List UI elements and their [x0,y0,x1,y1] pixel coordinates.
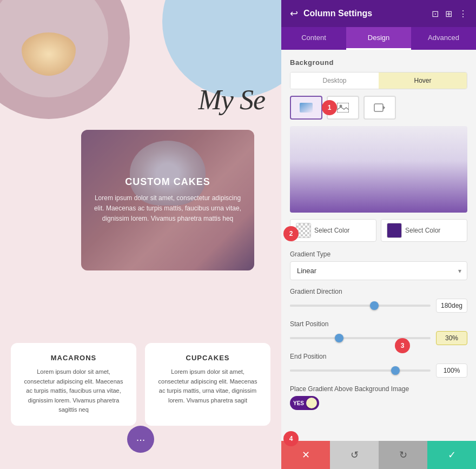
toggle-row: YES [290,396,467,410]
gradient-preview [290,126,467,213]
back-icon[interactable]: ↩ [290,8,298,19]
end-position-group: End Position 100% [290,353,467,378]
svg-rect-1 [337,103,349,113]
macarons-title: MACARONS [22,354,125,362]
gradient-direction-slider-row: 180deg [290,299,467,313]
settings-title: Column Settings [303,9,372,18]
gradient-direction-group: Gradient Direction 180deg [290,288,467,313]
step-badge-2: 2 [283,226,299,241]
color-selector-2[interactable]: Select Color [381,219,467,242]
sub-tab-desktop[interactable]: Desktop [290,72,379,89]
cake-card-text: Lorem ipsum dolor sit amet, consectetur … [92,193,243,224]
cupcakes-text: Lorem ipsum dolor sit amet, consectetur … [156,367,260,405]
tabs-bar: Content Design Advanced [281,27,476,50]
cupcakes-card: CUPCAKES Lorem ipsum dolor sit amet, con… [145,343,270,426]
gradient-direction-fill [290,305,374,307]
step-badge-1: 1 [322,100,337,115]
place-gradient-label: Place Gradient Above Background Image [290,385,467,393]
gradient-type-select-wrapper: Linear Radial ▾ [290,261,467,280]
tab-content[interactable]: Content [281,27,346,50]
tab-advanced[interactable]: Advanced [411,27,476,50]
gradient-direction-label: Gradient Direction [290,288,467,295]
bg-type-video-btn[interactable] [363,96,396,120]
sub-tab-hover[interactable]: Hover [379,72,467,89]
gradient-type-group: Gradient Type Linear Radial ▾ [290,250,467,280]
toggle-knob [306,398,317,408]
header-left: ↩ Column Settings [290,8,372,19]
bottom-toolbar: ✕ ↺ ↻ ✓ [281,441,476,469]
fullscreen-icon[interactable]: ⊡ [432,9,439,19]
step-badge-3: 3 [395,338,410,353]
end-position-value[interactable]: 100% [436,364,467,378]
start-position-label: Start Position [290,320,467,328]
color-selector-1[interactable]: Select Color [290,219,376,242]
background-section-title: Background [290,58,467,67]
end-position-track [290,369,431,372]
start-position-track [290,337,431,339]
columns-icon[interactable]: ⊞ [445,9,452,19]
cake-overlay: CUSTOM CAKES Lorem ipsum dolor sit amet,… [81,130,254,270]
header-icons: ⊡ ⊞ ⋮ [432,9,467,19]
start-position-fill [290,337,339,339]
end-position-slider-row: 100% [290,364,467,378]
step-badge-4: 4 [283,431,299,446]
gradient-type-select[interactable]: Linear Radial [290,262,467,280]
toggle-yes-label: YES [293,400,304,406]
preview-panel: My Se CUSTOM CAKES Lorem ipsum dolor sit… [0,0,281,469]
end-position-thumb[interactable] [391,366,400,375]
bg-type-color-btn[interactable] [290,96,322,120]
svg-rect-0 [300,103,313,113]
gradient-type-icon [300,103,313,113]
end-position-label: End Position [290,353,467,360]
tab-design[interactable]: Design [346,27,411,50]
sub-tabs: Desktop Hover [290,72,467,89]
svg-marker-4 [383,105,385,110]
cake-card: CUSTOM CAKES Lorem ipsum dolor sit amet,… [81,130,254,270]
gradient-direction-thumb[interactable] [370,301,379,310]
gradient-direction-track [290,305,431,307]
start-position-value[interactable]: 30% [436,331,467,345]
video-type-icon [374,103,386,113]
start-position-group: Start Position 30% [290,320,467,345]
fab-button[interactable]: ··· [127,426,154,453]
macarons-text: Lorem ipsum dolor sit amet, consectetur … [22,367,125,415]
start-position-thumb[interactable] [335,334,343,342]
site-title-partial: My Se [199,84,265,116]
blue-circle-decoration [162,0,281,97]
gradient-type-label: Gradient Type [290,250,467,258]
cake-image: CUSTOM CAKES Lorem ipsum dolor sit amet,… [81,130,254,270]
reset-button[interactable]: ↺ [330,441,379,469]
cupcakes-title: CUPCAKES [156,354,260,362]
color-selector-label-1: Select Color [314,227,349,234]
svg-rect-3 [374,104,383,111]
cake-card-title: CUSTOM CAKES [125,176,210,188]
color-swatch-2 [387,223,402,238]
image-type-icon [337,103,349,113]
redo-button[interactable]: ↻ [379,441,427,469]
bg-type-row [290,96,467,120]
start-position-slider-row: 30% [290,331,467,345]
bottom-cards-row: MACARONS Lorem ipsum dolor sit amet, con… [0,343,281,426]
settings-panel: ↩ Column Settings ⊡ ⊞ ⋮ Content Design A… [281,0,476,469]
color-selectors-row: Select Color Select Color [290,219,467,242]
settings-content: Background Desktop Hover [281,50,476,441]
macarons-card: MACARONS Lorem ipsum dolor sit amet, con… [11,343,136,426]
place-gradient-group: Place Gradient Above Background Image YE… [290,385,467,410]
fab-icon: ··· [136,433,146,446]
settings-header: ↩ Column Settings ⊡ ⊞ ⋮ [281,0,476,27]
gradient-direction-value[interactable]: 180deg [436,299,467,313]
color-selector-label-2: Select Color [405,227,440,234]
more-options-icon[interactable]: ⋮ [459,9,467,19]
place-gradient-toggle[interactable]: YES [290,396,319,410]
save-button[interactable]: ✓ [427,441,476,469]
end-position-fill [290,369,395,372]
